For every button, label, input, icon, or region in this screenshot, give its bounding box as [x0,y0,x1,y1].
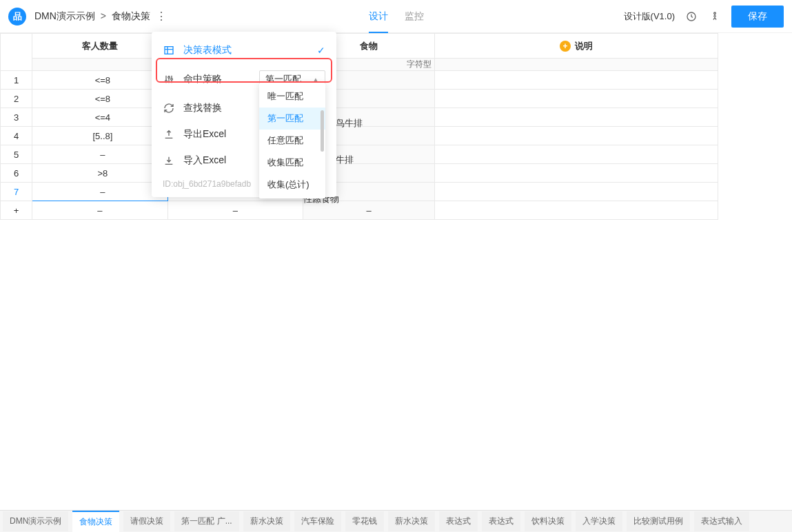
bottom-tab[interactable]: 零花钱 [345,511,384,531]
cell-guest[interactable]: <=8 [32,71,168,90]
svg-point-1 [714,12,716,14]
svg-rect-2 [165,47,173,54]
cell-guest[interactable]: – [32,183,168,201]
cell[interactable] [434,127,718,145]
sliders-icon [163,74,175,85]
menu-label: 导出Excel [183,128,226,141]
cell-guest[interactable]: – [32,145,168,164]
cell[interactable] [434,108,718,127]
hit-option[interactable]: 第一匹配 [259,108,325,130]
cell[interactable]: – [303,201,435,220]
cell[interactable]: – [32,201,168,220]
cell[interactable] [434,145,718,164]
table-icon [163,45,175,56]
download-icon [163,155,175,166]
bottom-tab[interactable]: 入学决策 [576,511,622,531]
bottom-tab[interactable]: 表达式 [482,511,520,531]
breadcrumb-sep: > [101,10,106,21]
menu-label: 命中策略 [183,73,222,85]
row-num[interactable]: 7 [1,183,32,201]
bottom-tab[interactable]: 表达式输入 [694,511,749,531]
breadcrumb-root[interactable]: DMN演示示例 [34,10,95,21]
app-logo: 品 [8,8,26,25]
col-header-food-label: 食物 [360,40,378,52]
cell-guest[interactable]: [5..8] [32,127,168,145]
cell[interactable] [434,183,718,201]
breadcrumb: DMN演示示例 > 食物决策 [34,10,150,23]
more-icon[interactable]: ⋮ [156,10,167,23]
bottom-tab[interactable]: 薪水决策 [388,511,435,531]
bottom-tab[interactable]: 第一匹配 广... [174,511,238,531]
menu-item-table-mode[interactable]: 决策表模式 ✓ [152,37,336,63]
breadcrumb-current: 食物决策 [112,10,150,21]
add-row-button[interactable]: + [1,201,32,220]
bottom-tab[interactable]: 汽车保险 [294,511,341,531]
hit-policy-dropdown: 唯一匹配 第一匹配 任意匹配 收集匹配 收集(总计) [259,83,325,198]
bottom-tab[interactable]: 食物决策 [72,511,119,532]
col-header-guest[interactable]: 客人数量 [32,34,168,59]
row-num[interactable]: 6 [1,164,32,183]
cell[interactable] [434,164,718,183]
row-num[interactable]: 4 [1,127,32,145]
cell[interactable]: – [167,201,303,220]
col-header-desc[interactable]: + 说明 [434,34,718,59]
bottom-tab[interactable]: 薪水决策 [243,511,290,531]
bottom-tab[interactable]: 表达式 [439,511,478,531]
row-num[interactable]: 3 [1,108,32,127]
menu-label: 决策表模式 [183,44,232,57]
row-num[interactable]: 5 [1,145,32,164]
row-num[interactable]: 1 [1,71,32,90]
col-type-desc [434,59,718,71]
refresh-icon [163,103,175,114]
row-num[interactable]: 2 [1,90,32,108]
bottom-tab[interactable]: 比较测试用例 [627,511,690,531]
cell-guest[interactable]: >8 [32,164,168,183]
col-type-guest: 整 [32,59,168,71]
hit-option[interactable]: 任意匹配 [259,130,325,152]
hit-option[interactable]: 收集匹配 [259,152,325,174]
upload-icon [163,129,175,140]
chevron-up-icon: ▲ [312,76,319,83]
hit-option[interactable]: 唯一匹配 [259,85,325,108]
cell[interactable] [434,90,718,108]
scrollbar[interactable] [321,110,324,152]
bottom-tab[interactable]: DMN演示示例 [3,511,68,531]
run-icon[interactable] [708,10,722,23]
version-label[interactable]: 设计版(V1.0) [624,10,675,23]
hit-option[interactable]: 收集(总计) [259,174,325,196]
bottom-tab[interactable]: 饮料决策 [525,511,571,531]
add-column-icon[interactable]: + [560,41,571,52]
tab-design[interactable]: 设计 [369,0,388,33]
menu-label: 查找替换 [183,102,222,114]
cell-guest[interactable]: <=8 [32,90,168,108]
corner-cell [1,34,32,71]
col-header-desc-label: 说明 [575,40,593,52]
history-icon[interactable] [684,10,698,23]
bottom-tab-bar: DMN演示示例 食物决策 请假决策 第一匹配 广... 薪水决策 汽车保险 零花… [0,510,792,532]
check-icon: ✓ [317,45,325,56]
save-button[interactable]: 保存 [731,6,784,28]
cell[interactable] [434,71,718,90]
cell[interactable] [434,201,718,220]
tab-monitor[interactable]: 监控 [405,0,424,33]
menu-label: 导入Excel [183,154,226,167]
cell-guest[interactable]: <=4 [32,108,168,127]
bottom-tab[interactable]: 请假决策 [123,511,170,531]
